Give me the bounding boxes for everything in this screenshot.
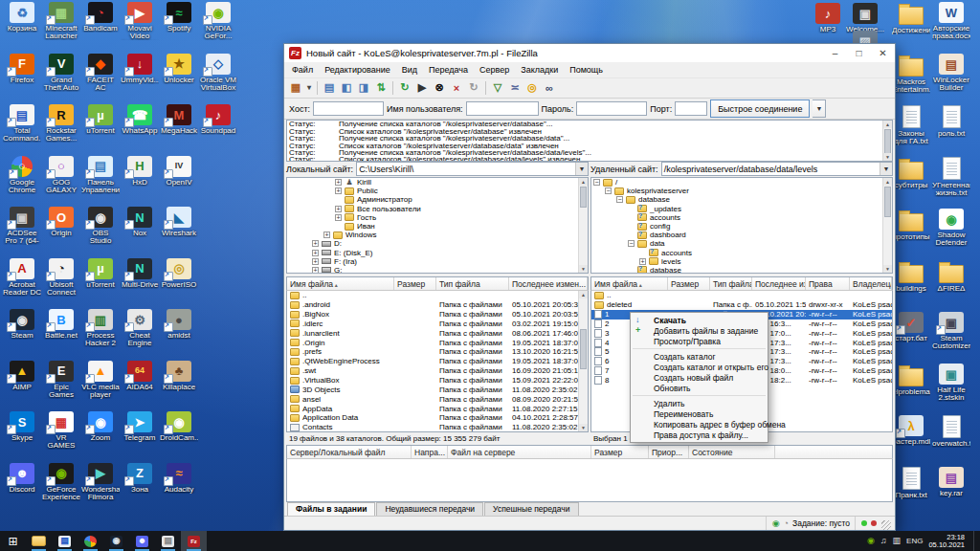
nvidia-tray-icon[interactable]: ◉ bbox=[867, 537, 875, 545]
remote-tree[interactable]: −/−kolesprivateserver−database_updatesac… bbox=[590, 177, 893, 274]
movavi-video-editor[interactable]: ▶Movavi Video Editor Plus bbox=[121, 2, 159, 40]
file-row[interactable]: ContactsПапка с файлами11.08.2020 2:35:0… bbox=[287, 423, 588, 432]
google-chrome[interactable]: ○Google Chrome bbox=[3, 156, 41, 194]
column-header-Размер[interactable]: Размер bbox=[668, 277, 710, 290]
acdsee-pro[interactable]: ▣ACDSee Pro 7 (64-bit) bbox=[3, 207, 41, 245]
column-header-Тип-файла[interactable]: Тип файла bbox=[436, 277, 509, 290]
queue-tab-2[interactable]: Успешные передачи bbox=[484, 502, 578, 516]
collapse-icon[interactable]: − bbox=[628, 240, 635, 247]
column-header-Права[interactable]: Права bbox=[806, 277, 850, 290]
resize-grip[interactable] bbox=[881, 520, 891, 530]
hl2-stskin[interactable]: ▣Half Life 2.stskin bbox=[932, 364, 970, 402]
menu-refresh[interactable]: Обновить bbox=[631, 383, 768, 393]
scrollbar[interactable]: ▲▼ bbox=[882, 121, 892, 161]
file-row[interactable]: .VirtualBoxПапка с файлами15.09.2021 22:… bbox=[287, 376, 588, 386]
zakony-txt[interactable]: Законы для ГА.txt bbox=[892, 105, 930, 145]
disconnect-icon[interactable]: × bbox=[448, 79, 465, 96]
vr-games-cube[interactable]: ▦VR GAMES Король и... bbox=[42, 411, 80, 450]
scroll-down-icon[interactable]: ▼ bbox=[883, 153, 892, 161]
avtorskie-prava-docx[interactable]: WАвторские права.docx bbox=[932, 2, 970, 40]
column-header-Владелец-Г-[interactable]: Владелец/Г... bbox=[850, 277, 892, 290]
username-input[interactable] bbox=[466, 101, 539, 116]
battle-net[interactable]: BBattle.net bbox=[42, 309, 80, 340]
volume-icon[interactable]: ♫ bbox=[880, 537, 887, 545]
process-hacker[interactable]: ▥Process Hacker 2 bbox=[81, 309, 120, 347]
scrollbar[interactable]: ▲▼ bbox=[578, 178, 588, 273]
epic-games-launcher[interactable]: EEpic Games Launcher bbox=[42, 361, 80, 399]
tree-item[interactable]: config bbox=[591, 222, 892, 231]
megahack[interactable]: MMegaHack bbox=[160, 104, 198, 135]
skype[interactable]: SSkype bbox=[3, 411, 41, 442]
combo-arrow-icon[interactable]: ▼ bbox=[575, 163, 588, 175]
tree-item[interactable]: −kolesprivateserver bbox=[591, 187, 892, 195]
column-header-Имя-файла[interactable]: Имя файла ▴ bbox=[591, 277, 668, 290]
geforce-experience[interactable]: ◉GeForce Experience bbox=[42, 463, 80, 501]
minecraft-launcher[interactable]: ▦Minecraft Launcher bbox=[42, 2, 80, 40]
password-input[interactable] bbox=[576, 101, 647, 116]
compare-icon[interactable]: ≍ bbox=[506, 79, 523, 96]
remote-path-combo[interactable]: /kolesprivateserver/database/data/levels… bbox=[661, 162, 893, 176]
zona[interactable]: ZЗона bbox=[121, 463, 159, 494]
tree-item[interactable]: +F: (Ira) bbox=[287, 257, 588, 266]
scroll-thumb[interactable] bbox=[884, 187, 891, 217]
gog-galaxy[interactable]: ○GOG GALAXY bbox=[42, 156, 80, 194]
column-header-Приор-[interactable]: Приор... bbox=[649, 446, 689, 458]
file-row[interactable]: .. bbox=[591, 291, 892, 300]
file-row[interactable]: AppDataПапка с файлами11.08.2020 2:27:15 bbox=[287, 404, 588, 413]
unlocker[interactable]: ★Unlocker bbox=[160, 54, 198, 84]
amidst[interactable]: ●amidst bbox=[160, 309, 198, 340]
reconnect-icon[interactable]: ↻ bbox=[465, 79, 482, 96]
toggle-log-icon[interactable]: ▤ bbox=[321, 79, 338, 96]
welcome[interactable]: ▣Welcome... bbox=[846, 3, 884, 33]
expand-icon[interactable]: + bbox=[312, 258, 319, 265]
whatsapp[interactable]: ☎WhatsApp bbox=[121, 104, 159, 135]
show-desktop-button[interactable] bbox=[973, 531, 978, 551]
column-header-Размер[interactable]: Размер bbox=[591, 446, 649, 458]
local-tree[interactable]: +♟Kirill+PublicАдминистратор+Все пользов… bbox=[286, 177, 589, 274]
menu-Вид[interactable]: Вид bbox=[396, 63, 423, 77]
scroll-up-icon[interactable]: ▲ bbox=[883, 121, 892, 128]
tree-item[interactable]: database bbox=[591, 266, 892, 274]
scrollbar[interactable]: ▲▼ bbox=[578, 291, 588, 431]
control-panel[interactable]: ▤Панель Управления bbox=[81, 156, 120, 194]
faceit-ac[interactable]: ◆FACEIT AC bbox=[81, 54, 120, 92]
poweriso[interactable]: ◎PowerISO bbox=[160, 258, 198, 289]
mackros-folder[interactable]: Mackros Entertainm... bbox=[892, 54, 930, 94]
tree-item[interactable]: +levels bbox=[591, 257, 892, 266]
menu-Помощь[interactable]: Помощь bbox=[564, 63, 609, 77]
menu-Файл[interactable]: Файл bbox=[286, 63, 319, 77]
taskbar-filezilla[interactable]: Fz bbox=[181, 531, 207, 551]
network-icon[interactable]: ▥ bbox=[893, 537, 902, 545]
scroll-thumb[interactable] bbox=[884, 129, 891, 154]
tree-item[interactable]: +D: bbox=[287, 239, 588, 248]
file-row[interactable]: .. bbox=[287, 291, 588, 300]
file-row[interactable]: .androidПапка с файлами05.10.2021 20:05:… bbox=[287, 300, 588, 310]
menu-Передача[interactable]: Передача bbox=[423, 63, 474, 77]
column-header-Тип-файла[interactable]: Тип файла bbox=[710, 277, 752, 290]
column-header-Последнее-из-[interactable]: Последнее из... bbox=[752, 277, 806, 290]
tree-item[interactable]: +E: (Disk_E) bbox=[287, 248, 588, 256]
scroll-thumb[interactable] bbox=[580, 187, 587, 208]
status-log[interactable]: Статус:Получение списка каталогов "/kole… bbox=[286, 120, 893, 162]
menu-create-file[interactable]: Создать новый файл bbox=[631, 372, 768, 383]
tree-item[interactable]: +Windows bbox=[287, 231, 588, 239]
language-indicator[interactable]: ENG bbox=[906, 537, 923, 545]
tree-item[interactable]: −database bbox=[591, 195, 892, 204]
scroll-up-icon[interactable]: ▲ bbox=[883, 178, 892, 186]
total-commander[interactable]: ▤Total Command... bbox=[3, 104, 41, 143]
overwatch-txt[interactable]: overwatch.txt bbox=[932, 415, 970, 448]
file-row[interactable]: anselПапка с файлами08.09.2020 20:21:51 bbox=[287, 394, 588, 404]
killaplace[interactable]: ♣Killaplace bbox=[160, 361, 198, 391]
filter-icon[interactable]: ▽ bbox=[489, 79, 506, 96]
nvidia-geforce[interactable]: ◉NVIDIA GeFor... bbox=[199, 2, 237, 40]
ummy-video[interactable]: ↓UmmyVid... bbox=[121, 54, 159, 84]
quickconnect-button[interactable]: Быстрое соединение bbox=[710, 99, 810, 118]
scrollbar[interactable]: ▲▼ bbox=[882, 178, 892, 273]
column-header-Имя-файла[interactable]: Имя файла ▴ bbox=[287, 277, 394, 290]
droidcam[interactable]: ◉DroidCam... bbox=[160, 411, 198, 442]
tree-item[interactable]: −data bbox=[591, 239, 892, 248]
close-button[interactable]: ✕ bbox=[871, 44, 895, 62]
menu-download[interactable]: ↓Скачать bbox=[631, 315, 768, 325]
audacity[interactable]: ≈Audacity bbox=[160, 463, 198, 494]
queue-tab-0[interactable]: Файлы в задании bbox=[287, 502, 375, 516]
